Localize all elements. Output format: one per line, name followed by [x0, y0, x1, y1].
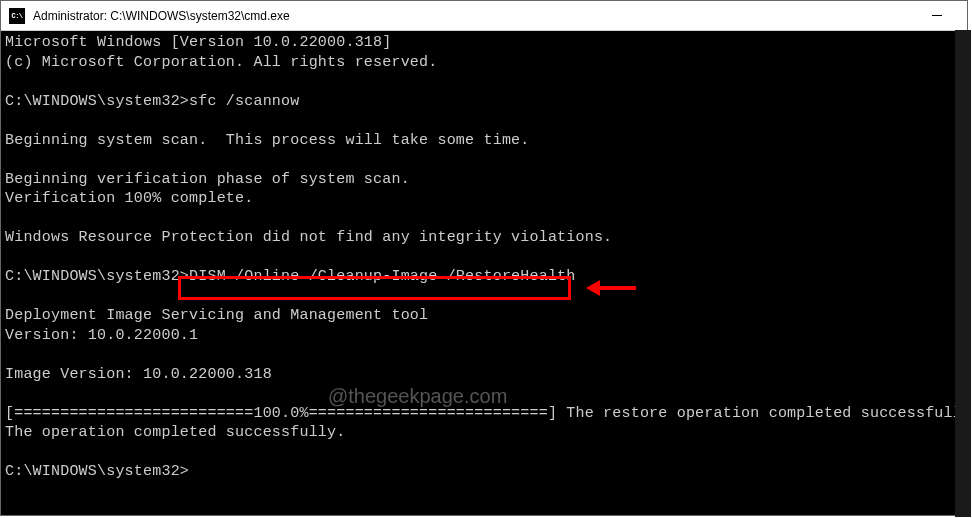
output-line: Image Version: 10.0.22000.318	[5, 366, 272, 383]
output-line: Deployment Image Servicing and Managemen…	[5, 307, 428, 324]
command-input: sfc /scannow	[189, 93, 299, 110]
prompt-path: C:\WINDOWS\system32>	[5, 93, 189, 110]
output-line: Verification 100% complete.	[5, 190, 253, 207]
output-line: Microsoft Windows [Version 10.0.22000.31…	[5, 34, 391, 51]
arrow-head-icon	[586, 280, 600, 296]
window-title: Administrator: C:\WINDOWS\system32\cmd.e…	[33, 9, 914, 23]
output-line: (c) Microsoft Corporation. All rights re…	[5, 54, 437, 71]
terminal-output[interactable]: Microsoft Windows [Version 10.0.22000.31…	[1, 31, 967, 515]
output-line: Beginning verification phase of system s…	[5, 171, 410, 188]
minimize-button[interactable]	[914, 1, 959, 31]
command-input: DISM /Online /Cleanup-Image /RestoreHeal…	[189, 268, 575, 285]
svg-rect-0	[932, 15, 942, 16]
annotation-arrow-icon	[586, 280, 636, 296]
titlebar[interactable]: C:\ Administrator: C:\WINDOWS\system32\c…	[1, 1, 967, 31]
prompt-path: C:\WINDOWS\system32>	[5, 268, 189, 285]
output-line: Beginning system scan. This process will…	[5, 132, 529, 149]
output-line: The operation completed successfully.	[5, 424, 345, 441]
arrow-line-icon	[600, 286, 636, 290]
output-line: Version: 10.0.22000.1	[5, 327, 198, 344]
cmd-icon: C:\	[9, 8, 25, 24]
prompt-path: C:\WINDOWS\system32>	[5, 463, 189, 480]
window-controls	[914, 1, 959, 31]
output-line: [==========================100.0%=======…	[5, 405, 972, 422]
cmd-icon-label: C:\	[11, 12, 22, 20]
output-line: Windows Resource Protection did not find…	[5, 229, 612, 246]
cmd-window: C:\ Administrator: C:\WINDOWS\system32\c…	[0, 0, 968, 516]
scrollbar[interactable]	[955, 30, 971, 517]
